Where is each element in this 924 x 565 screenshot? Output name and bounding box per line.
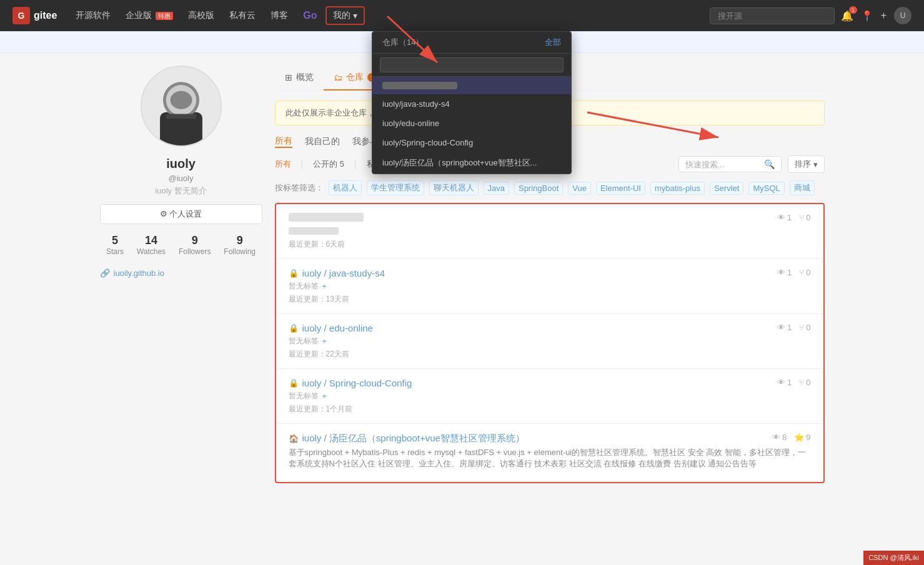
nav-gaoxiao[interactable]: 高校版 [182, 7, 221, 24]
repo-update-edu: 最近更新：22天前 [289, 349, 811, 360]
add-tag-edu[interactable]: + [322, 337, 327, 346]
repo-name-java[interactable]: 🔒 iuoly / java-study-s4 [289, 268, 385, 278]
dropdown-item-blurred[interactable] [372, 77, 571, 94]
user-handle: @iuoly [100, 174, 262, 183]
following-count: 9 [224, 234, 256, 247]
dropdown-all[interactable]: 全部 [545, 37, 561, 48]
repo-header-blurred: 👁 1 ⑂ 0 [289, 213, 811, 237]
dropdown-search-area [372, 54, 571, 77]
eye-icon: 👁 [777, 213, 785, 222]
quick-search-box: 🔍 [678, 156, 782, 172]
tag-shop[interactable]: 商城 [790, 180, 815, 195]
filter-public[interactable]: 公开的 5 [313, 159, 344, 170]
svg-point-7 [170, 91, 192, 109]
search-input[interactable] [710, 7, 835, 24]
plus-icon[interactable]: + [881, 10, 887, 21]
tags-label: 按标签筛选： [275, 182, 324, 194]
github-link[interactable]: 🔗 iuoily.github.io [100, 266, 262, 280]
filter-total[interactable]: 所有 [275, 159, 291, 170]
tag-mybatis[interactable]: mybatis-plus [650, 182, 705, 195]
dropdown-item-tangchen[interactable]: iuoly/汤臣亿品（springboot+vue智慧社区... [372, 152, 571, 174]
stat-watches[interactable]: 14 Watches [137, 234, 166, 256]
stat-followers[interactable]: 9 Followers [179, 234, 211, 256]
github-link-text: iuoily.github.io [114, 268, 164, 278]
views-count: 1 [787, 213, 792, 222]
lock-icon: 🔒 [289, 378, 299, 388]
stat-following[interactable]: 9 Following [224, 234, 256, 256]
tags-filter: 按标签筛选： 机器人 学生管理系统 聊天机器人 Java SpringBoot … [275, 180, 825, 195]
repo-name-edu[interactable]: 🔒 iuoly / edu-online [289, 323, 373, 333]
nav-icons: 🔔 1 📍 + U [841, 7, 912, 24]
avatar[interactable]: U [894, 7, 912, 24]
stat-stars[interactable]: 5 Stars [106, 234, 124, 256]
repo-forks-blurred: ⑂ 0 [799, 213, 810, 222]
logo[interactable]: G gitee [12, 7, 57, 24]
fork-icon: ⑂ [799, 213, 804, 222]
nav-kaiyuan[interactable]: 开源软件 [69, 7, 117, 24]
stars-label: Stars [106, 247, 124, 256]
repo-stats-tangchen: 👁 8 ⭐ 9 [772, 433, 810, 442]
repo-forks-java: ⑂ 0 [799, 268, 810, 277]
tag-student[interactable]: 学生管理系统 [367, 180, 424, 195]
nav-mine[interactable]: 我的 ▾ [325, 6, 365, 25]
repo-header-edu: 🔒 iuoly / edu-online 👁 1 ⑂ 0 [289, 323, 811, 333]
github-icon: 🔗 [100, 268, 110, 278]
repo-name-spring[interactable]: 🔒 iuoly / Spring-cloud-Config [289, 378, 412, 388]
repo-stats-spring: 👁 1 ⑂ 0 [777, 378, 810, 387]
dropdown-item-java[interactable]: iuoly/java-study-s4 [372, 94, 571, 114]
qiye-badge: 特惠 [156, 12, 173, 20]
notification-icon[interactable]: 🔔 1 [841, 10, 853, 22]
location-icon[interactable]: 📍 [861, 10, 873, 22]
settings-button[interactable]: ⚙ 个人设置 [100, 204, 262, 224]
nav-search-area: 🔔 1 📍 + U [710, 7, 912, 24]
repo-tags-edu: 暂无标签 + [289, 336, 811, 346]
dropdown-item-edu[interactable]: iuoly/edu-online [372, 114, 571, 133]
repo-header-tangchen: 🏠 iuoly / 汤臣亿品（springboot+vue智慧社区管理系统） 👁… [289, 433, 811, 445]
dropdown-item-spring[interactable]: iuoly/Spring-cloud-Config [372, 133, 571, 152]
nav-go[interactable]: Go [297, 7, 323, 24]
filter-mine[interactable]: 我自己的 [305, 136, 340, 147]
tag-vue[interactable]: Vue [568, 182, 591, 195]
tag-elementui[interactable]: Element-UI [596, 182, 645, 195]
tag-springboot[interactable]: SpringBoot [514, 182, 563, 195]
dropdown-title: 仓库（14） [382, 37, 424, 48]
repo-tags-spring: 暂无标签 + [289, 391, 811, 401]
tag-java[interactable]: Java [484, 182, 509, 195]
nav-siyou[interactable]: 私有云 [223, 7, 262, 24]
followers-count: 9 [179, 234, 211, 247]
eye-icon: 👁 [777, 323, 785, 332]
dropdown-search-input[interactable] [380, 57, 564, 72]
tab-overview-label: 概览 [296, 72, 314, 83]
filter-all[interactable]: 所有 [275, 135, 292, 148]
tab-overview[interactable]: ⊞ 概览 [275, 66, 324, 91]
repo-views-blurred: 👁 1 [777, 213, 792, 222]
repos-icon: 🗂 [334, 72, 342, 82]
repo-views-spring: 👁 1 [777, 378, 792, 387]
tag-chatbot[interactable]: 聊天机器人 [429, 180, 479, 195]
repo-name-tangchen[interactable]: 🏠 iuoly / 汤臣亿品（springboot+vue智慧社区管理系统） [289, 433, 525, 445]
add-tag-spring[interactable]: + [322, 392, 327, 401]
repo-header-java: 🔒 iuoly / java-study-s4 👁 1 ⑂ 0 [289, 268, 811, 278]
username: iuoly [100, 157, 262, 171]
add-tag-java[interactable]: + [322, 282, 327, 291]
nav-boke[interactable]: 博客 [264, 7, 294, 24]
quick-search-input[interactable] [685, 160, 760, 169]
logo-icon: G [12, 7, 30, 24]
dropdown-header: 仓库（14） 全部 [372, 32, 571, 54]
tag-mysql[interactable]: MySQL [748, 182, 784, 195]
no-tag-label: 暂无标签 [289, 336, 319, 346]
table-row: 🔒 iuoly / Spring-cloud-Config 👁 1 ⑂ 0 [276, 369, 823, 424]
navbar: G gitee 开源软件 企业版 特惠 高校版 私有云 博客 Go 我的 ▾ 🔔… [0, 0, 924, 31]
svg-rect-8 [166, 114, 196, 119]
sort-button[interactable]: 排序 ▾ [788, 155, 825, 173]
repo-stats-java: 👁 1 ⑂ 0 [777, 268, 810, 277]
fork-icon: ⑂ [799, 378, 804, 387]
nav-qiye[interactable]: 企业版 特惠 [119, 7, 179, 24]
tag-servlet[interactable]: Servlet [710, 182, 743, 195]
table-row: 👁 1 ⑂ 0 最近更新：6天前 [276, 204, 823, 259]
tag-robot[interactable]: 机器人 [329, 180, 362, 195]
following-label: Following [224, 247, 256, 256]
repo-update-spring: 最近更新：1个月前 [289, 404, 811, 415]
repo-forks-edu: ⑂ 0 [799, 323, 810, 332]
stats-row: 5 Stars 14 Watches 9 Followers 9 Followi… [100, 234, 262, 256]
